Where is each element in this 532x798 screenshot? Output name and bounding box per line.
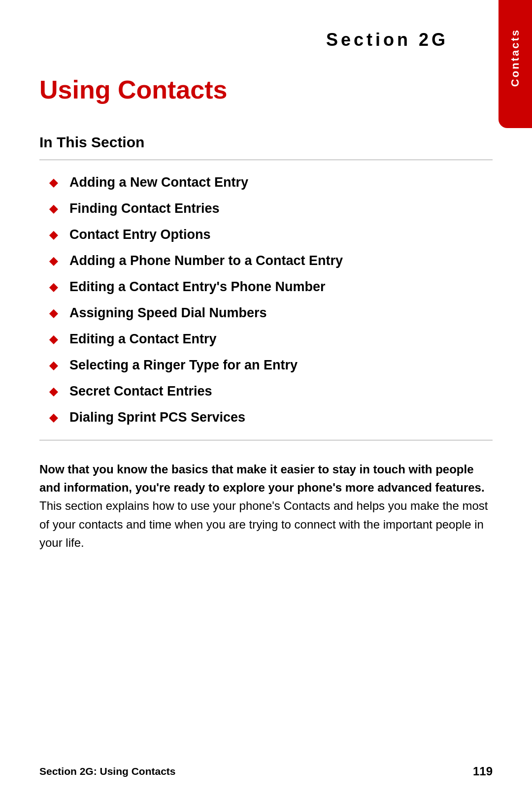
- section-tab: Contacts: [499, 0, 532, 128]
- page-number: 119: [473, 765, 493, 778]
- bottom-divider: [39, 440, 493, 440]
- bullet-icon: ◆: [49, 203, 58, 214]
- page-title: Using Contacts: [39, 75, 493, 104]
- list-item-label: Finding Contact Entries: [69, 201, 220, 216]
- section-number: Section 2G: [326, 30, 448, 50]
- bullet-icon: ◆: [49, 334, 58, 345]
- list-item: ◆Editing a Contact Entry's Phone Number: [49, 279, 493, 295]
- list-item: ◆Assigning Speed Dial Numbers: [49, 305, 493, 321]
- list-item: ◆Secret Contact Entries: [49, 384, 493, 399]
- bullet-icon: ◆: [49, 412, 58, 423]
- list-item-label: Editing a Contact Entry: [69, 332, 217, 347]
- list-item-label: Adding a New Contact Entry: [69, 175, 248, 190]
- body-bold-intro: Now that you know the basics that make i…: [39, 463, 485, 494]
- list-item: ◆Dialing Sprint PCS Services: [49, 410, 493, 425]
- page-footer: Section 2G: Using Contacts 119: [39, 765, 493, 778]
- list-item-label: Selecting a Ringer Type for an Entry: [69, 358, 298, 373]
- list-item-label: Editing a Contact Entry's Phone Number: [69, 279, 325, 295]
- bullet-icon: ◆: [49, 282, 58, 293]
- list-item-label: Dialing Sprint PCS Services: [69, 410, 245, 425]
- list-item-label: Assigning Speed Dial Numbers: [69, 305, 267, 321]
- bullet-icon: ◆: [49, 256, 58, 266]
- list-item: ◆Adding a Phone Number to a Contact Entr…: [49, 253, 493, 268]
- list-item: ◆Adding a New Contact Entry: [49, 175, 493, 190]
- body-regular-text: This section explains how to use your ph…: [39, 499, 488, 549]
- subsection-title: In This Section: [39, 134, 493, 151]
- bullet-icon: ◆: [49, 386, 58, 397]
- list-item-label: Secret Contact Entries: [69, 384, 212, 399]
- bullet-icon: ◆: [49, 360, 58, 371]
- page-container: Contacts Section 2G Using Contacts In Th…: [0, 0, 532, 798]
- top-divider: [39, 160, 493, 160]
- toc-list: ◆Adding a New Contact Entry◆Finding Cont…: [49, 175, 493, 425]
- body-text: Now that you know the basics that make i…: [39, 460, 493, 552]
- footer-label: Section 2G: Using Contacts: [39, 765, 176, 777]
- list-item: ◆Selecting a Ringer Type for an Entry: [49, 358, 493, 373]
- section-tab-label: Contacts: [509, 29, 522, 87]
- list-item-label: Contact Entry Options: [69, 227, 211, 242]
- section-header: Section 2G: [39, 30, 493, 50]
- bullet-icon: ◆: [49, 308, 58, 319]
- list-item: ◆Editing a Contact Entry: [49, 332, 493, 347]
- bullet-icon: ◆: [49, 177, 58, 188]
- list-item: ◆Finding Contact Entries: [49, 201, 493, 216]
- bullet-icon: ◆: [49, 230, 58, 240]
- list-item-label: Adding a Phone Number to a Contact Entry: [69, 253, 343, 268]
- list-item: ◆Contact Entry Options: [49, 227, 493, 242]
